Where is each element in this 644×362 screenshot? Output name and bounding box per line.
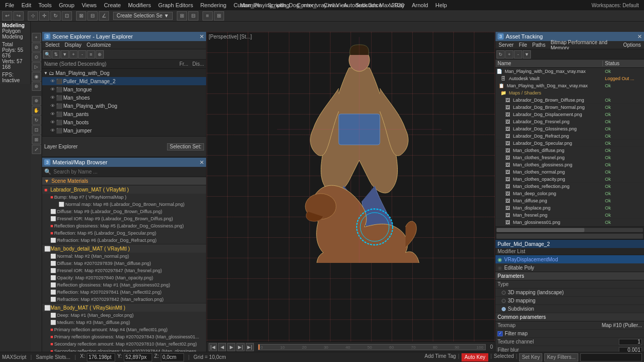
asset-expand-btn[interactable]: +	[505, 50, 513, 59]
asset-row-5[interactable]: 🖼 Labrador_Dog_Glossiness.png Ok	[495, 125, 644, 132]
map-item-normal[interactable]: ⬜ Normal map: Map #8 (Labrador_Dog_Brown…	[48, 201, 206, 208]
next-frame-btn[interactable]: ▶|	[246, 343, 254, 351]
zoom-region-tool[interactable]: ⊞	[32, 135, 41, 144]
tree-item-boots[interactable]: 👁 ⬛ Man_boots	[42, 118, 206, 126]
key-filters-button[interactable]: Key Filters...	[544, 353, 578, 361]
radio-3d-mapping[interactable]: 3D mapping	[498, 298, 536, 303]
prev-key-btn[interactable]: ◀	[218, 343, 226, 351]
material-man-body-header[interactable]: ⬜ Man_body_detail_MAT ( VRayMtl )	[42, 244, 206, 253]
scene-add-layer-btn[interactable]: ⊕	[96, 50, 104, 59]
move-button[interactable]: ✛	[39, 11, 49, 21]
tree-toggle-root[interactable]: ▼	[43, 71, 48, 75]
scene-search-btn[interactable]: 🔍	[43, 50, 51, 59]
scene-explorer-button[interactable]: ⊞	[214, 11, 224, 21]
map-item-fresnel2[interactable]: ⬜ Fresnel IOR: Map #2070297847 (Man_fres…	[48, 267, 206, 274]
asset-server-menu[interactable]: Server	[496, 42, 516, 48]
eye-icon-3[interactable]: 👁	[50, 95, 55, 100]
asset-row-4[interactable]: 🖼 Labrador_Dog_Fresnel.png Ok	[495, 118, 644, 125]
parameters-title[interactable]: Parameters	[495, 272, 644, 280]
scrollbar-track[interactable]	[496, 228, 643, 232]
undo-button[interactable]: ↩	[2, 11, 12, 21]
create-tab[interactable]: +	[32, 33, 41, 42]
menu-rendering[interactable]: Rendering	[197, 0, 230, 10]
asset-root-file[interactable]: 📄 Man_Playing_with_Dog_max_vray.max Ok	[495, 68, 644, 75]
asset-row-18[interactable]: 🖼 Man_glossiness01.png Ok	[495, 219, 644, 226]
menu-views[interactable]: Views	[79, 0, 100, 10]
map-item-opacity[interactable]: ⬜ Opacity: Map #2070297840 (Man_opacity.…	[48, 274, 206, 281]
material-labrador-header[interactable]: ■ Labrador_Brown_MAT ( VRayMtl )	[42, 185, 206, 194]
map-item-sec-reflect[interactable]: ■ Secondary reflection amount: Map #2070…	[48, 340, 206, 348]
y-coord-input[interactable]	[124, 353, 152, 361]
material-browser-close[interactable]: ✕	[199, 159, 204, 166]
hierarchy-tab[interactable]: ⊙	[32, 52, 41, 62]
asset-collapse-btn[interactable]: -	[514, 50, 522, 59]
menu-tools[interactable]: Tools	[35, 0, 55, 10]
scene-display-menu[interactable]: Display	[63, 42, 84, 48]
zoom-extents-tool[interactable]: ⊡	[32, 125, 41, 135]
asset-maps-folder[interactable]: 📁 Maps / Shaders	[495, 89, 644, 97]
play-btn[interactable]: ▶	[227, 343, 235, 351]
motion-tab[interactable]: ▷	[32, 62, 41, 71]
asset-row-7[interactable]: 🖼 Labrador_Dog_Specular.png Ok	[495, 140, 644, 147]
selection-set-button[interactable]: Create Selection Se ▼	[113, 12, 173, 20]
common-params-title[interactable]: Common parameters	[495, 313, 644, 321]
asset-row-16[interactable]: 🖼 Man_displace.png Ok	[495, 204, 644, 212]
search-input-status[interactable]	[580, 353, 642, 361]
menu-group[interactable]: Group	[56, 0, 78, 10]
radio-3d-mapping-icon[interactable]	[502, 299, 506, 303]
asset-paths-menu[interactable]: Paths	[530, 42, 548, 48]
tree-item-puller[interactable]: 👁 ⬛ Puller_Mid_Damage_2	[42, 77, 206, 85]
z-coord-input[interactable]	[161, 353, 184, 361]
radio-subdivision[interactable]: Subdivision	[498, 306, 534, 312]
asset-man-file[interactable]: 📋 Man_Playing_with_Dog_max_vray.max Ok	[495, 82, 644, 89]
viewport[interactable]: [Perspective] [St...]	[207, 32, 495, 341]
selection-set-dropdown[interactable]: Selection Set:	[167, 143, 204, 150]
menu-file[interactable]: File	[2, 0, 17, 10]
radio-3d-landscape-icon[interactable]	[502, 291, 506, 295]
scene-explorer-close[interactable]: ✕	[199, 33, 204, 40]
select-button[interactable]: ⊹	[28, 11, 38, 21]
map-item-primary-gloss[interactable]: ■ Primary reflection glossiness: Map #20…	[48, 333, 206, 340]
asset-row-2[interactable]: 🖼 Labrador_Dog_Brown_Normal.png Ok	[495, 104, 644, 111]
menu-create[interactable]: Create	[101, 0, 124, 10]
x-coord-input[interactable]	[87, 353, 115, 361]
map-item-reflection[interactable]: ■ Reflection: Map #5 (Labrador_Dog_Specu…	[48, 230, 206, 237]
pan-tool[interactable]: ✋	[32, 106, 41, 115]
eye-icon-7[interactable]: 👁	[50, 128, 55, 133]
asset-row-12[interactable]: 🖼 Man_clothes_opacity.png Ok	[495, 176, 644, 183]
snap-button[interactable]: ⊠	[76, 11, 86, 21]
asset-refresh-btn[interactable]: ↻	[496, 50, 505, 59]
scale-button[interactable]: ⊡	[62, 11, 72, 21]
asset-row-6[interactable]: 🖼 Labrador_Dog_Refract.png Ok	[495, 132, 644, 140]
asset-options-menu[interactable]: Options	[621, 42, 643, 48]
angle-snap-button[interactable]: ∠	[99, 11, 109, 21]
scene-materials-header[interactable]: ▼ Scene Materials	[42, 177, 206, 185]
asset-row-8[interactable]: 🖼 Man_clothes_diffuse.png Ok	[495, 147, 644, 154]
eye-icon-5[interactable]: 👁	[50, 111, 55, 117]
tree-item-shoes[interactable]: 👁 ⬛ Man_shoes	[42, 93, 206, 102]
set-key-button[interactable]: Set Key	[519, 353, 542, 361]
map-item-glossiness[interactable]: ■ Reflection glossiness: Map #5 (Labrado…	[48, 222, 206, 230]
layer-manager-button[interactable]: ≡	[203, 11, 213, 21]
scene-select-menu[interactable]: Select	[43, 42, 62, 48]
asset-row-9[interactable]: 🖼 Man_clothes_fresnel.png Ok	[495, 154, 644, 161]
rotate-button[interactable]: ↻	[50, 11, 61, 21]
asset-row-17[interactable]: 🖼 Man_fresnel.png Ok	[495, 212, 644, 219]
filter-map-checkbox[interactable]: ✓	[498, 331, 503, 336]
map-item-medium[interactable]: ⬜ Medium: Map #3 (Man_diffuse.png)	[48, 319, 206, 326]
tree-item-playing[interactable]: 👁 ⬛ Man_Playing_with_Dog	[42, 102, 206, 110]
map-item-deep[interactable]: ⬜ Deep: Map #1 (Man_deep_color.png)	[48, 312, 206, 319]
maximize-vp-tool[interactable]: ⤢	[32, 145, 41, 154]
material-search-input[interactable]	[53, 169, 204, 175]
scene-expand-btn[interactable]: +	[69, 50, 78, 59]
menu-graph-editors[interactable]: Graph Editors	[155, 0, 196, 10]
texture-channel-input[interactable]	[619, 339, 642, 345]
auto-key-button[interactable]: Auto Key	[462, 353, 489, 361]
scene-collapse-btn[interactable]: -	[78, 50, 86, 59]
snap2-button[interactable]: ⊟	[87, 11, 98, 21]
asset-row-1[interactable]: 🖼 Labrador_Dog_Brown_Diffuse.png Ok	[495, 97, 644, 104]
scene-sort-btn[interactable]: ⇅	[52, 50, 60, 59]
redo-button[interactable]: ↪	[13, 11, 24, 21]
tree-item-tongue[interactable]: 👁 ⬛ Man_tongue	[42, 85, 206, 93]
scrollbar-thumb[interactable]	[496, 228, 584, 232]
